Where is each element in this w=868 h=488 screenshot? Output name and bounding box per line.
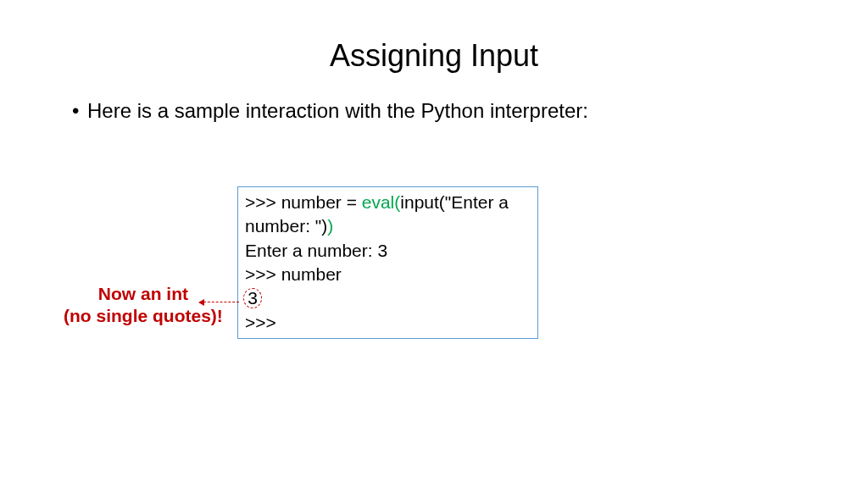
circled-result: 3 bbox=[243, 288, 262, 308]
annotation-line-2: (no single quotes)! bbox=[64, 305, 223, 327]
bullet-item: Here is a sample interaction with the Py… bbox=[72, 99, 817, 123]
code-line-3: >>> number bbox=[245, 263, 531, 286]
eval-open: eval( bbox=[362, 192, 401, 212]
code-box: >>> number = eval(input("Enter a number:… bbox=[237, 186, 538, 339]
code-line-5: >>> bbox=[245, 311, 531, 335]
code-line-4: 3 bbox=[245, 286, 531, 310]
code-line-2: Enter a number: 3 bbox=[245, 239, 531, 263]
bullet-section: Here is a sample interaction with the Py… bbox=[0, 99, 868, 123]
slide-title: Assigning Input bbox=[0, 0, 868, 99]
arrow-icon bbox=[203, 302, 239, 302]
eval-close: ) bbox=[327, 216, 333, 236]
code-prefix: >>> number = bbox=[245, 192, 362, 212]
code-line-1: >>> number = eval(input("Enter a number:… bbox=[245, 191, 531, 239]
